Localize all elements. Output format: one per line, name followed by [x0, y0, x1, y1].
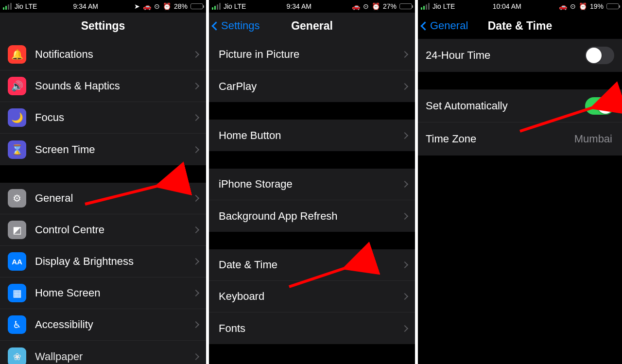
chevron-right-icon — [192, 258, 199, 265]
row-general[interactable]: ⚙ General — [0, 183, 206, 214]
status-time: 10:04 AM — [455, 2, 559, 10]
row-date-time[interactable]: Date & Time — [209, 249, 415, 281]
row-background-app-refresh[interactable]: Background App Refresh — [209, 200, 415, 232]
chevron-right-icon — [192, 195, 199, 202]
row-label: Sounds & Haptics — [35, 80, 190, 92]
accessibility-icon: ♿︎ — [8, 315, 26, 334]
back-button[interactable]: General — [418, 19, 468, 32]
row-wallpaper[interactable]: ❀ Wallpaper — [0, 341, 206, 364]
row-sounds-haptics[interactable]: 🔊 Sounds & Haptics — [0, 70, 206, 102]
chevron-right-icon — [401, 212, 408, 219]
car-icon: 🚗 — [559, 2, 567, 10]
battery-icon — [606, 3, 619, 9]
carrier-label: Jio LTE — [15, 2, 37, 10]
toggle-24-hour[interactable] — [585, 47, 614, 64]
grid-icon: ▦ — [8, 284, 26, 302]
car-icon: 🚗 — [352, 2, 360, 10]
toggle-set-automatically[interactable] — [585, 97, 614, 115]
chevron-right-icon — [401, 132, 408, 139]
row-accessibility[interactable]: ♿︎ Accessibility — [0, 309, 206, 341]
page-title: Settings — [0, 19, 206, 33]
battery-percent: 28% — [174, 2, 188, 10]
row-label: Notifications — [35, 48, 190, 61]
row-keyboard[interactable]: Keyboard — [209, 281, 415, 312]
car-icon: 🚗 — [143, 2, 151, 10]
row-screen-time[interactable]: ⌛ Screen Time — [0, 134, 206, 165]
battery-icon — [399, 3, 412, 9]
row-iphone-storage[interactable]: iPhone Storage — [209, 169, 415, 200]
time-zone-value: Mumbai — [574, 133, 612, 145]
settings-group-1: 🔔 Notifications 🔊 Sounds & Haptics 🌙 Foc… — [0, 39, 206, 165]
chevron-right-icon — [401, 261, 408, 268]
status-time: 9:34 AM — [37, 2, 134, 10]
row-label: Home Screen — [35, 287, 190, 299]
chevron-left-icon — [211, 21, 220, 30]
flower-icon: ❀ — [8, 347, 26, 364]
row-label: Picture in Picture — [219, 48, 398, 61]
chevron-right-icon — [401, 293, 408, 300]
row-label: Keyboard — [219, 290, 398, 303]
status-time: 9:34 AM — [246, 2, 352, 10]
row-label: Control Centre — [35, 224, 190, 236]
navbar: Settings — [0, 13, 206, 39]
hourglass-icon: ⌛ — [8, 140, 26, 159]
navbar: Settings General — [209, 13, 415, 39]
row-24-hour-time[interactable]: 24-Hour Time — [418, 39, 622, 72]
location-icon: ➤ — [134, 2, 140, 10]
chevron-right-icon — [401, 83, 408, 89]
row-label: General — [35, 192, 190, 205]
back-button[interactable]: Settings — [209, 19, 260, 32]
row-label: Focus — [35, 111, 190, 124]
battery-percent: 27% — [383, 2, 397, 10]
row-label: Home Button — [219, 129, 398, 142]
row-label: Time Zone — [426, 133, 574, 145]
text-size-icon: AA — [8, 252, 26, 271]
status-bar: Jio LTE 9:34 AM 🚗 ⊙ ⏰ 27% — [209, 0, 415, 13]
lock-icon: ⊙ — [363, 2, 369, 10]
back-label: General — [430, 19, 468, 32]
chevron-right-icon — [192, 83, 199, 89]
status-bar: Jio LTE 10:04 AM 🚗 ⊙ ⏰ 19% — [418, 0, 622, 13]
gear-icon: ⚙ — [8, 189, 26, 208]
toggles-icon: ◩ — [8, 221, 26, 239]
back-label: Settings — [221, 19, 260, 32]
row-label: iPhone Storage — [219, 178, 398, 191]
chevron-right-icon — [401, 181, 408, 188]
chevron-left-icon — [420, 21, 429, 30]
row-label: Background App Refresh — [219, 210, 398, 223]
row-picture-in-picture[interactable]: Picture in Picture — [209, 39, 415, 70]
row-label: 24-Hour Time — [426, 49, 585, 62]
signal-icon — [3, 3, 12, 10]
lock-icon: ⊙ — [154, 2, 160, 10]
chevron-right-icon — [192, 146, 199, 153]
row-carplay[interactable]: CarPlay — [209, 70, 415, 102]
signal-icon — [421, 3, 430, 10]
row-focus[interactable]: 🌙 Focus — [0, 102, 206, 134]
battery-percent: 19% — [590, 2, 604, 10]
row-label: Set Automatically — [426, 100, 585, 112]
settings-group-2: ⚙ General ◩ Control Centre AA Display & … — [0, 183, 206, 364]
chevron-right-icon — [192, 51, 199, 58]
row-control-centre[interactable]: ◩ Control Centre — [0, 214, 206, 246]
row-home-screen[interactable]: ▦ Home Screen — [0, 277, 206, 309]
row-fonts[interactable]: Fonts — [209, 312, 415, 344]
chevron-right-icon — [192, 226, 199, 233]
row-label: Screen Time — [35, 143, 190, 156]
row-set-automatically[interactable]: Set Automatically — [418, 89, 622, 122]
row-notifications[interactable]: 🔔 Notifications — [0, 39, 206, 70]
signal-icon — [212, 3, 221, 10]
row-home-button[interactable]: Home Button — [209, 120, 415, 151]
chevron-right-icon — [192, 353, 199, 360]
alarm-icon: ⏰ — [372, 2, 380, 10]
row-label: Fonts — [219, 322, 398, 335]
lock-icon: ⊙ — [570, 2, 576, 10]
chevron-right-icon — [401, 51, 408, 58]
row-label: Accessibility — [35, 318, 190, 331]
row-label: Wallpaper — [35, 350, 190, 363]
speaker-icon: 🔊 — [8, 77, 26, 95]
row-time-zone[interactable]: Time Zone Mumbai — [418, 122, 622, 156]
alarm-icon: ⏰ — [163, 2, 171, 10]
carrier-label: Jio LTE — [224, 2, 246, 10]
chevron-right-icon — [192, 114, 199, 121]
row-display-brightness[interactable]: AA Display & Brightness — [0, 246, 206, 277]
